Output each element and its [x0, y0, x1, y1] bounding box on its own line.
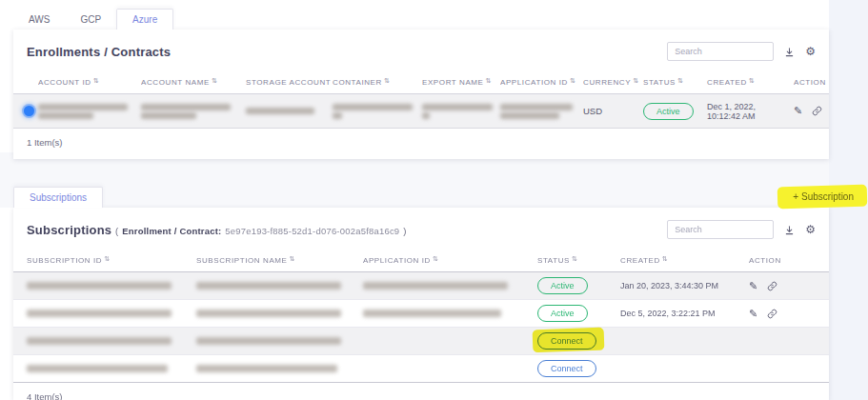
row-select-radio[interactable]	[24, 106, 34, 116]
cell-subscription-id	[27, 300, 196, 328]
subscriptions-tabs: Subscriptions	[13, 187, 103, 208]
cell-subscription-name	[196, 328, 363, 355]
status-badge: Active	[537, 305, 588, 322]
col-action: ACTION	[794, 71, 829, 94]
gear-icon[interactable]: ⚙	[805, 46, 816, 57]
redacted-text	[246, 108, 314, 114]
sort-icon[interactable]: ⇅	[384, 77, 390, 85]
page-background-gap	[0, 152, 829, 208]
subscription-row[interactable]: Connect	[13, 328, 829, 355]
cloud-provider-tabs: AWS GCP Azure	[13, 9, 173, 30]
cell-status: Active	[537, 272, 620, 300]
enrollments-card: Enrollments / Contracts ⚙ ACCOUNT ID⇅ AC…	[13, 30, 829, 159]
sort-icon[interactable]: ⇅	[662, 255, 668, 263]
sort-icon[interactable]: ⇅	[104, 255, 110, 263]
cell-application-id	[363, 300, 537, 328]
link-icon[interactable]	[767, 309, 777, 319]
subscriptions-table: SUBSCRIPTION ID⇅ SUBSCRIPTION NAME⇅ APPL…	[13, 250, 829, 383]
redacted-text	[27, 365, 168, 372]
cell-account-id	[38, 94, 141, 129]
col-export-name: EXPORT NAME⇅	[422, 71, 500, 94]
cell-action: ✎	[749, 300, 829, 328]
add-subscription-button[interactable]: + Subscription	[783, 188, 863, 206]
cell-storage-account	[246, 94, 333, 129]
sort-icon[interactable]: ⇅	[749, 77, 755, 85]
subscriptions-title: Subscriptions ( Enrollment / Contract: 5…	[27, 223, 407, 237]
subscriptions-header-row: SUBSCRIPTION ID⇅ SUBSCRIPTION NAME⇅ APPL…	[13, 250, 829, 272]
col-action: ACTION	[749, 250, 829, 272]
cell-currency: USD	[583, 94, 643, 129]
subscription-row[interactable]: Connect	[13, 355, 829, 383]
redacted-text	[363, 310, 501, 317]
sort-icon[interactable]: ⇅	[93, 77, 99, 85]
add-subscription-label: + Subscription	[793, 191, 854, 202]
enrollment-context-label: Enrollment / Contract:	[122, 226, 221, 236]
col-storage-account: STORAGE ACCOUNT⇅	[246, 71, 333, 94]
edit-icon[interactable]: ✎	[749, 309, 757, 319]
cell-action	[749, 355, 829, 383]
cell-status: Connect	[537, 328, 620, 355]
connect-button[interactable]: Connect	[537, 332, 596, 350]
cell-application-id	[363, 328, 537, 355]
col-container: CONTAINER⇅	[333, 71, 422, 94]
cell-subscription-name	[196, 355, 363, 383]
edit-icon[interactable]: ✎	[794, 106, 802, 116]
cell-created: Jan 20, 2023, 3:44:30 PM	[620, 272, 749, 300]
redacted-text	[422, 112, 430, 119]
tab-aws[interactable]: AWS	[13, 10, 65, 30]
connect-button[interactable]: Connect	[537, 360, 596, 377]
redacted-text	[500, 112, 559, 119]
col-application-id: APPLICATION ID⇅	[500, 71, 583, 94]
subscription-row[interactable]: Active Jan 20, 2023, 3:44:30 PM ✎	[13, 272, 829, 300]
col-created: CREATED⇅	[620, 250, 749, 272]
cell-application-id	[500, 94, 583, 129]
subscription-row[interactable]: Active Dec 5, 2022, 3:22:21 PM ✎	[13, 300, 829, 328]
cell-subscription-id	[27, 355, 196, 383]
status-badge: Active	[537, 277, 588, 294]
cell-created: Dec 5, 2022, 3:22:21 PM	[620, 300, 749, 328]
redacted-text	[196, 337, 341, 345]
cell-action: ✎	[749, 272, 829, 300]
sort-icon[interactable]: ⇅	[633, 77, 638, 85]
redacted-text	[38, 104, 128, 110]
cell-created	[620, 355, 749, 383]
cell-action	[749, 328, 829, 355]
subscriptions-search-input[interactable]	[667, 220, 774, 239]
redacted-text	[38, 112, 93, 119]
cell-action: ✎	[794, 94, 829, 129]
enrollment-row[interactable]: USD Active Dec 1, 2022, 10:12:42 AM ✎	[13, 94, 829, 129]
tab-subscriptions[interactable]: Subscriptions	[13, 187, 103, 208]
link-icon[interactable]	[812, 106, 822, 116]
edit-icon[interactable]: ✎	[749, 281, 757, 291]
sort-icon[interactable]: ⇅	[572, 255, 577, 263]
col-account-name: ACCOUNT NAME⇅	[141, 71, 246, 94]
cell-subscription-id	[27, 272, 196, 300]
col-application-id: APPLICATION ID⇅	[363, 250, 537, 272]
redacted-text	[27, 337, 172, 345]
enrollments-header-row: ACCOUNT ID⇅ ACCOUNT NAME⇅ STORAGE ACCOUN…	[13, 71, 829, 94]
tab-azure[interactable]: Azure	[116, 9, 173, 30]
redacted-text	[27, 310, 172, 317]
sort-icon[interactable]: ⇅	[290, 255, 295, 263]
sort-icon[interactable]: ⇅	[677, 77, 683, 85]
download-icon[interactable]	[784, 225, 795, 235]
col-created: CREATED⇅	[707, 71, 794, 94]
col-account-id: ACCOUNT ID⇅	[38, 71, 141, 94]
col-subscription-name: SUBSCRIPTION NAME⇅	[196, 250, 363, 272]
download-icon[interactable]	[784, 47, 795, 57]
link-icon[interactable]	[767, 281, 777, 291]
cell-export-name	[422, 94, 500, 129]
redacted-text	[500, 104, 573, 110]
tab-gcp[interactable]: GCP	[65, 10, 116, 30]
sort-icon[interactable]: ⇅	[433, 255, 438, 263]
cell-subscription-name	[196, 300, 363, 328]
redacted-text	[363, 282, 508, 290]
subscriptions-title-text: Subscriptions	[27, 223, 111, 237]
redacted-text	[141, 104, 231, 110]
enrollments-search-input[interactable]	[667, 42, 774, 61]
paren-close: )	[403, 226, 406, 236]
sort-icon[interactable]: ⇅	[212, 77, 217, 85]
gear-icon[interactable]: ⚙	[805, 224, 816, 235]
sort-icon[interactable]: ⇅	[570, 77, 575, 85]
sort-icon[interactable]: ⇅	[486, 77, 492, 85]
